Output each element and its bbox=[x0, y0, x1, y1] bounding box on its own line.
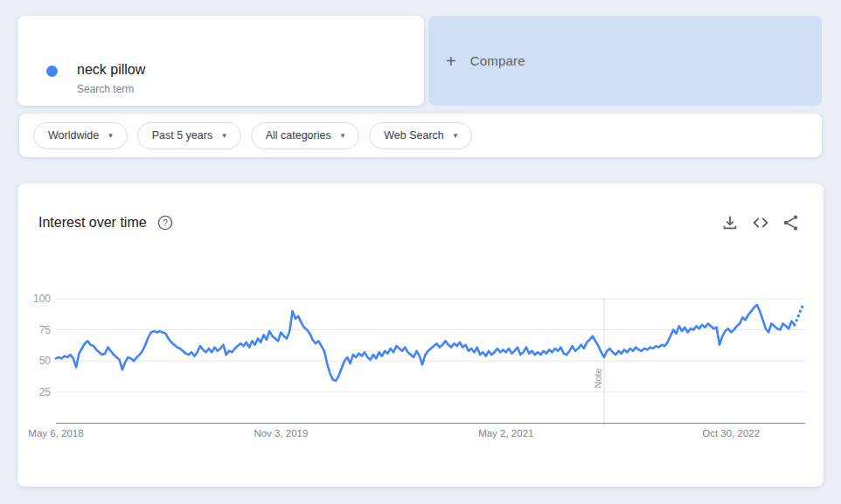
interest-over-time-card: Interest over time ? 255075100NoteMay bbox=[17, 183, 824, 487]
plus-icon: + bbox=[446, 52, 456, 70]
interest-over-time-chart[interactable]: 255075100NoteMay 6, 2018Nov 3, 2019May 2… bbox=[17, 183, 824, 487]
svg-text:May 2, 2021: May 2, 2021 bbox=[478, 428, 533, 438]
geo-filter-value: Worldwide bbox=[48, 129, 99, 142]
svg-text:Oct 30, 2022: Oct 30, 2022 bbox=[702, 428, 760, 438]
svg-text:50: 50 bbox=[39, 355, 52, 367]
svg-text:100: 100 bbox=[33, 293, 51, 305]
svg-text:Note: Note bbox=[593, 368, 603, 388]
chevron-down-icon: ▾ bbox=[108, 131, 113, 140]
category-filter-dropdown[interactable]: All categories ▾ bbox=[251, 122, 360, 149]
geo-filter-dropdown[interactable]: Worldwide ▾ bbox=[33, 122, 128, 149]
search-term-card[interactable]: neck pillow Search term bbox=[17, 16, 424, 106]
compare-add-button[interactable]: + Compare bbox=[428, 16, 822, 106]
search-term-label: neck pillow bbox=[77, 62, 145, 78]
chevron-down-icon: ▾ bbox=[454, 131, 458, 140]
search-type-filter-dropdown[interactable]: Web Search ▾ bbox=[369, 122, 472, 149]
svg-text:May 6, 2018: May 6, 2018 bbox=[28, 428, 83, 438]
filter-bar: Worldwide ▾ Past 5 years ▾ All categorie… bbox=[19, 114, 822, 157]
chevron-down-icon: ▾ bbox=[222, 131, 226, 140]
series-color-dot bbox=[46, 66, 58, 77]
svg-text:Nov 3, 2019: Nov 3, 2019 bbox=[254, 428, 308, 438]
svg-text:75: 75 bbox=[39, 324, 52, 336]
chevron-down-icon: ▾ bbox=[341, 131, 345, 140]
time-filter-dropdown[interactable]: Past 5 years ▾ bbox=[137, 122, 241, 149]
svg-text:25: 25 bbox=[39, 386, 52, 398]
category-filter-value: All categories bbox=[266, 129, 331, 142]
time-filter-value: Past 5 years bbox=[152, 129, 212, 142]
search-type-filter-value: Web Search bbox=[384, 129, 444, 142]
search-term-type: Search term bbox=[77, 83, 134, 95]
compare-label: Compare bbox=[470, 53, 525, 68]
